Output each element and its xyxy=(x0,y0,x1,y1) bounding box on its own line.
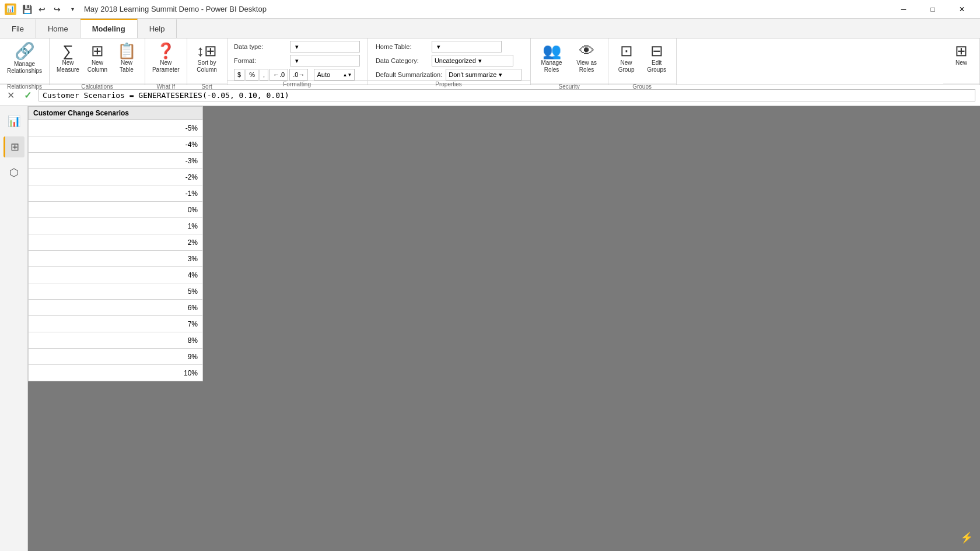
summarization-arrow: ▾ xyxy=(499,71,502,79)
table-wrapper: Customer Change Scenarios -5%-4%-3%-2%-1… xyxy=(28,106,980,381)
table-row[interactable]: 9% xyxy=(29,349,203,365)
new-measure-button[interactable]: ∑ NewMeasure xyxy=(53,41,83,83)
tab-help[interactable]: Help xyxy=(138,19,177,38)
new-group-button[interactable]: ⊡ NewGroup xyxy=(612,41,641,83)
edit-groups-button[interactable]: ⊟ EditGroups xyxy=(641,41,673,83)
save-button[interactable]: 💾 xyxy=(20,2,34,16)
percent-button[interactable]: % xyxy=(246,69,258,80)
table-cell: 5% xyxy=(29,283,203,300)
dropdown-arrow-button[interactable]: ▾ xyxy=(65,2,79,16)
dollar-button[interactable]: $ xyxy=(234,69,244,80)
formula-input[interactable] xyxy=(38,89,975,101)
table-cell: -4% xyxy=(29,136,203,153)
table-cell: 8% xyxy=(29,332,203,349)
home-table-selector[interactable]: ▾ xyxy=(432,41,502,52)
table-row[interactable]: 1% xyxy=(29,218,203,234)
table-row[interactable]: -1% xyxy=(29,185,203,202)
new-measure-icon: ∑ xyxy=(62,43,74,58)
table-row[interactable]: 10% xyxy=(29,365,203,381)
formatting-group-label: Formatting xyxy=(228,80,367,89)
new-parameter-icon: ❓ xyxy=(156,43,175,58)
auto-selector[interactable]: Auto ▲▼ xyxy=(314,69,355,80)
ribbon-group-relationships: 🔗 ManageRelationships Relationships xyxy=(0,38,50,85)
table-cell: -5% xyxy=(29,120,203,136)
new-group-label xyxy=(943,83,979,85)
table-row[interactable]: -5% xyxy=(29,120,203,136)
view-as-roles-icon: 👁 xyxy=(579,43,594,58)
auto-arrow-up: ▲▼ xyxy=(343,72,352,78)
new-group-icon: ⊡ xyxy=(620,43,633,58)
toolbar-icons: 📊 💾 ↩ ↪ ▾ xyxy=(5,2,79,16)
table-cell: -3% xyxy=(29,153,203,169)
undo-button[interactable]: ↩ xyxy=(35,2,49,16)
sort-by-column-icon: ↕⊞ xyxy=(197,43,217,58)
sidebar: 📊 ⊞ ⬡ xyxy=(0,106,28,551)
ribbon-group-whatif: ❓ NewParameter What If xyxy=(145,38,187,85)
main-area: 📊 ⊞ ⬡ Customer Change Scenarios -5%-4%-3… xyxy=(0,106,980,551)
table-row[interactable]: 2% xyxy=(29,234,203,251)
table-row[interactable]: 3% xyxy=(29,251,203,267)
tab-file[interactable]: File xyxy=(0,19,36,38)
decimal-decrease-button[interactable]: .0→ xyxy=(289,69,308,80)
format-row: Format: ▾ xyxy=(234,55,360,66)
maximize-button[interactable]: □ xyxy=(919,0,946,19)
currency-row: $ % , ←.0 .0→ Auto ▲▼ xyxy=(234,69,360,80)
manage-roles-button[interactable]: 👥 ManageRoles xyxy=(534,41,569,83)
minimize-button[interactable]: ─ xyxy=(890,0,917,19)
table-row[interactable]: -4% xyxy=(29,136,203,153)
data-type-row: Data type: ▾ xyxy=(234,41,360,52)
manage-relationships-icon: 🔗 xyxy=(15,43,35,59)
data-type-selector[interactable]: ▾ xyxy=(290,41,360,52)
formula-cancel-button[interactable]: ✕ xyxy=(5,89,17,102)
new-parameter-button[interactable]: ❓ NewParameter xyxy=(149,41,183,83)
ribbon: 🔗 ManageRelationships Relationships ∑ Ne… xyxy=(0,38,980,85)
edit-groups-icon: ⊟ xyxy=(650,43,663,58)
new-icon: ⊞ xyxy=(955,43,968,58)
new-column-button[interactable]: ⊞ NewColumn xyxy=(83,41,112,83)
close-button[interactable]: ✕ xyxy=(949,0,975,19)
table-row[interactable]: 8% xyxy=(29,332,203,349)
window-controls: ─ □ ✕ xyxy=(890,0,975,19)
currency-buttons: $ % , ←.0 .0→ xyxy=(234,69,308,80)
data-table: Customer Change Scenarios -5%-4%-3%-2%-1… xyxy=(28,106,203,381)
tab-modeling[interactable]: Modeling xyxy=(80,19,138,38)
tab-home[interactable]: Home xyxy=(36,19,80,38)
table-cell: 4% xyxy=(29,267,203,283)
table-row[interactable]: 7% xyxy=(29,316,203,332)
table-row[interactable]: 4% xyxy=(29,267,203,283)
new-table-button[interactable]: 📋 NewTable xyxy=(112,41,141,83)
manage-relationships-button[interactable]: 🔗 ManageRelationships xyxy=(4,41,46,83)
data-icon: ⊞ xyxy=(10,141,19,153)
formula-confirm-button[interactable]: ✓ xyxy=(22,89,34,102)
table-cell: 7% xyxy=(29,316,203,332)
sidebar-item-model[interactable]: ⬡ xyxy=(4,162,24,183)
ribbon-group-new: ⊞ New xyxy=(943,38,980,85)
data-type-arrow: ▾ xyxy=(295,43,299,51)
table-cell: 3% xyxy=(29,251,203,267)
new-button[interactable]: ⊞ New xyxy=(947,41,976,83)
table-row[interactable]: 5% xyxy=(29,283,203,300)
redo-button[interactable]: ↪ xyxy=(50,2,64,16)
format-selector[interactable]: ▾ xyxy=(290,55,360,66)
title-bar: 📊 💾 ↩ ↪ ▾ May 2018 Learning Summit Demo … xyxy=(0,0,980,19)
comma-button[interactable]: , xyxy=(260,69,268,80)
ribbon-group-sort: ↕⊞ Sort byColumn Sort xyxy=(187,38,228,85)
decimal-increase-button[interactable]: ←.0 xyxy=(270,69,288,80)
sort-by-column-button[interactable]: ↕⊞ Sort byColumn xyxy=(191,41,223,83)
view-as-roles-button[interactable]: 👁 View asRoles xyxy=(569,41,604,83)
ribbon-group-groups: ⊡ NewGroup ⊟ EditGroups Groups xyxy=(608,38,677,85)
table-header: Customer Change Scenarios xyxy=(29,107,203,120)
report-icon: 📊 xyxy=(8,115,20,128)
table-row[interactable]: 0% xyxy=(29,202,203,218)
data-category-arrow: ▾ xyxy=(478,57,482,65)
data-category-selector[interactable]: Uncategorized ▾ xyxy=(432,55,513,66)
table-row[interactable]: -3% xyxy=(29,153,203,169)
table-row[interactable]: 6% xyxy=(29,300,203,316)
new-column-icon: ⊞ xyxy=(91,43,104,58)
table-cell: -2% xyxy=(29,169,203,185)
sidebar-item-data[interactable]: ⊞ xyxy=(4,136,24,157)
table-row[interactable]: -2% xyxy=(29,169,203,185)
sidebar-item-report[interactable]: 📊 xyxy=(4,111,24,132)
default-summarization-selector[interactable]: Don't summarize ▾ xyxy=(446,69,522,80)
manage-roles-icon: 👥 xyxy=(542,43,561,58)
